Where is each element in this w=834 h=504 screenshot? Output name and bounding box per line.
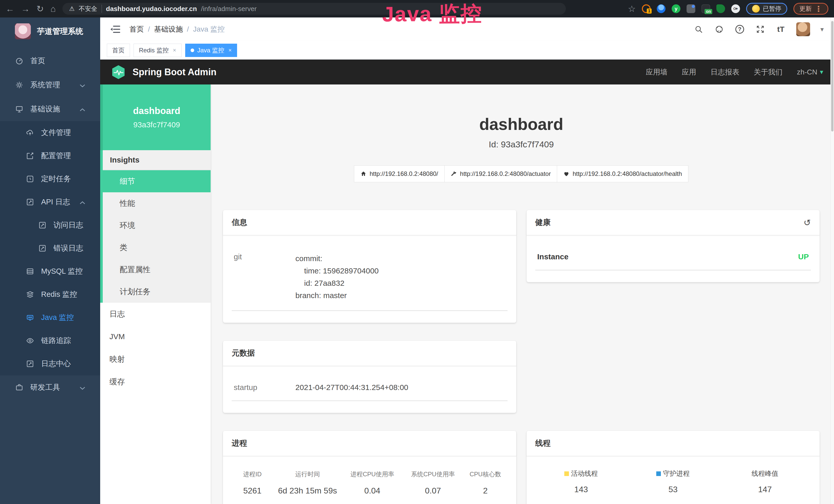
browser-back-button[interactable]: ← <box>6 4 14 13</box>
extension-onetab-icon[interactable]: on <box>701 4 710 13</box>
insights-item-details[interactable]: 细节 <box>103 170 211 192</box>
extension-grid-icon[interactable] <box>686 4 695 13</box>
sidebar-item-label: 错误日志 <box>53 243 83 253</box>
locale-selector[interactable]: zh-CN ▾ <box>797 68 823 76</box>
sidebar-item-error-log[interactable]: 错误日志 <box>0 237 100 260</box>
log-edit-icon <box>39 245 46 252</box>
browser-home-button[interactable]: ⌂ <box>50 4 56 13</box>
row-value: 2021-04-27T00:44:31.254+08:00 <box>295 383 505 392</box>
cloud-upload-icon <box>26 129 34 137</box>
actuator-url-chip[interactable]: http://192.168.0.2:48080/actuator <box>444 165 557 182</box>
sidebar-item-infra[interactable]: 基础设施 <box>0 97 100 121</box>
extension-refresh-icon[interactable]: 1 <box>642 4 651 13</box>
extension-leaf-icon[interactable] <box>716 4 725 13</box>
view-tab-home[interactable]: 首页 <box>107 44 130 57</box>
sidebar-item-java-monitor[interactable]: Java 监控 <box>0 306 100 329</box>
process-col-value: 0.04 <box>342 486 402 496</box>
tab-close-icon[interactable]: × <box>228 47 232 54</box>
browser-forward-button[interactable]: → <box>21 4 30 13</box>
sidebar-item-mappings[interactable]: 映射 <box>100 348 211 370</box>
sidebar-item-system[interactable]: 系统管理 <box>0 73 100 97</box>
insights-item-beans[interactable]: 类 <box>103 236 211 258</box>
log-edit-icon <box>26 198 34 206</box>
fullscreen-icon[interactable] <box>755 24 765 35</box>
sidebar-item-label: 访问日志 <box>53 220 83 230</box>
metadata-card: 元数据 startup 2021-04-27T00:44:31.254+08:0… <box>223 341 516 413</box>
sidebar-item-trace[interactable]: 链路追踪 <box>0 329 100 352</box>
app-logo-row[interactable]: 芋道管理系统 <box>0 18 100 45</box>
view-tab-java[interactable]: Java 监控 × <box>185 44 237 57</box>
url-host: dashboard.yudao.iocoder.cn <box>106 5 197 13</box>
insights-section-label: Insights <box>103 150 211 170</box>
git-commit-line: commit: <box>295 252 505 265</box>
wrench-icon <box>451 171 457 177</box>
insights-item-scheduled[interactable]: 计划任务 <box>103 281 211 303</box>
browser-reload-button[interactable]: ↻ <box>37 4 44 13</box>
font-size-icon[interactable]: tT <box>776 24 786 35</box>
process-card: 进程 进程ID 5261 运行时间 6d 23h 15m 59s <box>223 431 516 504</box>
tab-close-icon[interactable]: × <box>173 47 176 54</box>
health-url-chip[interactable]: http://192.168.0.2:48080/actuator/health <box>557 165 688 182</box>
extension-pin-icon[interactable] <box>657 4 665 13</box>
instance-id: 93a3fc7f7409 <box>133 120 180 129</box>
process-col-value: 0.07 <box>403 486 463 496</box>
breadcrumb-infra[interactable]: 基础设施 <box>154 24 183 34</box>
sidebar-item-config[interactable]: 配置管理 <box>0 144 100 167</box>
sidebar-item-redis[interactable]: Redis 监控 <box>0 283 100 306</box>
sidebar-item-log-center[interactable]: 日志中心 <box>0 352 100 375</box>
sba-brand-title[interactable]: Spring Boot Admin <box>133 67 217 77</box>
sidebar-item-file[interactable]: 文件管理 <box>0 121 100 144</box>
insights-item-metrics[interactable]: 性能 <box>103 192 211 214</box>
edit-icon <box>26 152 34 160</box>
health-row-instance[interactable]: Instance UP <box>535 246 811 270</box>
browser-menu-icon[interactable]: ⋮ <box>815 4 822 13</box>
sidebar-item-access-log[interactable]: 访问日志 <box>0 214 100 237</box>
git-branch-line: branch: master <box>295 289 505 302</box>
paused-label: 已暂停 <box>763 5 781 13</box>
chrome-update-button[interactable]: 更新 ⋮ <box>793 3 828 15</box>
clock-icon <box>26 175 34 183</box>
sba-nav-wallboard[interactable]: 应用墙 <box>646 67 667 77</box>
extensions-puzzle-icon[interactable]: ⚩ <box>731 4 740 13</box>
sidebar-item-api-log[interactable]: API 日志 <box>0 190 100 214</box>
docs-help-icon[interactable]: ? <box>734 24 745 35</box>
github-icon[interactable] <box>714 24 724 35</box>
extension-y-icon[interactable]: y <box>672 4 680 13</box>
app-logo-avatar <box>15 23 31 39</box>
sidebar-item-home[interactable]: 首页 <box>0 49 100 73</box>
not-secure-icon: ⚠ <box>69 5 75 12</box>
sba-nav-about[interactable]: 关于我们 <box>754 67 783 77</box>
sidebar-item-caches[interactable]: 缓存 <box>100 370 211 393</box>
sidebar-item-mysql[interactable]: MySQL 监控 <box>0 260 100 283</box>
scrollbar-thumb[interactable] <box>831 21 833 132</box>
sba-nav-applications[interactable]: 应用 <box>682 67 696 77</box>
legend-daemon-threads: 守护进程 53 <box>627 469 719 494</box>
sba-nav-journal[interactable]: 日志报表 <box>711 67 740 77</box>
address-bar[interactable]: ⚠ 不安全 dashboard.yudao.iocoder.cn /infra/… <box>62 3 566 15</box>
health-history-icon[interactable]: ↺ <box>804 218 811 227</box>
sidebar-item-label: 首页 <box>30 56 45 66</box>
bookmark-star-icon[interactable]: ☆ <box>628 4 636 13</box>
profile-paused-pill[interactable]: 已暂停 <box>746 3 787 15</box>
sidebar-item-loggers[interactable]: 日志 <box>100 303 211 325</box>
sidebar-item-job[interactable]: 定时任务 <box>0 167 100 190</box>
not-secure-label[interactable]: 不安全 <box>79 5 102 13</box>
instance-id-label: Id: 93a3fc7f7409 <box>223 139 820 150</box>
sidebar-collapse-icon[interactable] <box>110 25 121 33</box>
instance-header[interactable]: dashboard 93a3fc7f7409 <box>100 85 211 150</box>
search-icon[interactable] <box>694 24 704 35</box>
user-avatar[interactable] <box>796 22 810 36</box>
sidebar-item-jvm[interactable]: JVM <box>100 325 211 348</box>
page-scrollbar[interactable] <box>830 18 834 504</box>
user-menu-caret-icon[interactable]: ▾ <box>820 25 824 33</box>
insights-item-configprops[interactable]: 配置属性 <box>103 258 211 281</box>
sidebar-item-label: 配置管理 <box>41 151 71 161</box>
service-url-chip[interactable]: http://192.168.0.2:48080/ <box>354 165 445 182</box>
breadcrumb-home[interactable]: 首页 <box>129 24 144 34</box>
insights-item-env[interactable]: 环境 <box>103 214 211 236</box>
metadata-row-startup: startup 2021-04-27T00:44:31.254+08:00 <box>232 376 507 401</box>
sidebar-item-label: Redis 监控 <box>41 289 77 300</box>
sidebar-item-dev-tools[interactable]: 研发工具 <box>0 375 100 399</box>
sidebar-item-label: 文件管理 <box>41 128 71 138</box>
view-tab-redis[interactable]: Redis 监控 × <box>134 44 182 57</box>
